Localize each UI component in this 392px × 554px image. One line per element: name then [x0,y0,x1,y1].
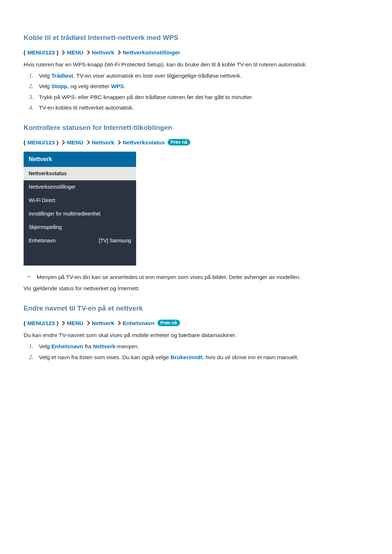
breadcrumb-item[interactable]: MENU [67,319,83,327]
chevron-right-icon [85,321,90,325]
chevron-right-icon [85,50,90,55]
section-heading-rename: Endre navnet til TV-en på et nettverk [24,303,368,314]
breadcrumb-item[interactable]: MENU [67,48,83,57]
breadcrumb-item[interactable]: Nettverksinnstillinger [123,48,180,57]
chevron-right-icon [116,321,121,325]
menu-item[interactable]: Wi-Fi Direct [24,194,136,207]
inline-keyword: WPS [111,83,124,89]
intro-text: Hvis ruteren har en WPS-knapp (Wi-Fi Pro… [24,60,368,69]
note: ✎ Menyen på TV-en din kan se annerledes … [24,273,368,281]
breadcrumb: (MENU/123) MENU Nettverk Nettverksinnsti… [24,48,368,57]
inline-keyword: Enhetsnavn [51,343,83,349]
breadcrumb-item[interactable]: Nettverk [92,48,114,57]
chevron-right-icon [116,140,121,145]
breadcrumb-item[interactable]: Enhetsnavn [123,319,155,327]
step-list: 1. Velg Trådløst. TV-en viser automatisk… [24,71,368,112]
panel-title: Nettverk [24,152,136,167]
try-now-badge[interactable]: Prøv nå [158,320,180,326]
breadcrumb-item[interactable]: MENU/123 [27,48,55,57]
description-text: Vis gjeldende status for nettverket og I… [24,284,368,292]
network-menu-panel: Nettverk Nettverksstatus Nettverksinnsti… [24,152,136,266]
breadcrumb: (MENU/123) MENU Nettverk Enhetsnavn Prøv… [24,319,368,327]
inline-keyword: Trådløst [51,73,73,79]
pencil-icon: ✎ [25,272,34,281]
breadcrumb-item[interactable]: MENU [67,138,83,147]
menu-item[interactable]: Skjermspeiling [24,221,136,234]
inline-keyword: Stopp [51,83,67,89]
inline-keyword: Brukerinndt. [171,354,204,360]
menu-item[interactable]: Nettverksinnstillinger [24,180,136,194]
breadcrumb-item[interactable]: Nettverk [92,319,114,327]
breadcrumb-item[interactable]: MENU/123 [27,138,55,147]
chevron-right-icon [60,321,65,325]
chevron-right-icon [85,140,90,145]
menu-item-value: [TV] Samsung [99,237,131,245]
intro-text: Du kan endre TV-navnet som skal vises på… [24,331,368,339]
note-text: Menyen på TV-en din kan se annerledes ut… [37,273,301,281]
list-item: 1. Velg Trådløst. TV-en viser automatisk… [34,71,368,80]
menu-item[interactable]: Innstillinger for multimedieenhet [24,207,136,221]
chevron-right-icon [60,50,65,55]
breadcrumb: (MENU/123) MENU Nettverk Nettverksstatus… [24,138,368,147]
chevron-right-icon [60,140,65,145]
try-now-badge[interactable]: Prøv nå [168,139,190,145]
breadcrumb-item[interactable]: Nettverksstatus [123,138,165,147]
menu-item-selected[interactable]: Nettverksstatus [24,167,136,180]
section-heading-wps: Koble til et trådløst Internett-nettverk… [24,33,368,43]
breadcrumb-item[interactable]: MENU/123 [27,319,55,327]
breadcrumb-item[interactable]: Nettverk [92,138,114,147]
menu-item-label: Enhetsnavn [29,237,56,245]
step-list: 1. Velg Enhetsnavn fra Nettverk-menyen. … [24,342,368,361]
list-item: 4. TV-en kobles til nettverket automatis… [34,103,368,112]
list-item: 1. Velg Enhetsnavn fra Nettverk-menyen. [34,342,368,350]
list-item: 2. Velg Stopp, og velg deretter WPS. [34,82,368,90]
section-heading-status: Kontrollere statusen for Internett-tilko… [24,123,368,133]
list-item: 3. Trykk på WPS- eller PBC-knappen på de… [34,93,368,101]
inline-keyword: Nettverk [93,343,115,349]
chevron-right-icon [116,50,121,55]
menu-item[interactable]: Enhetsnavn [TV] Samsung [24,234,136,247]
list-item: 2. Velg et navn fra listen som vises. Du… [34,353,368,361]
